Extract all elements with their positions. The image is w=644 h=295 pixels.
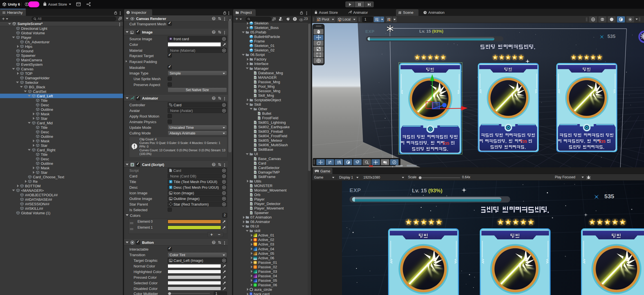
svg-text:735: 735 [598,139,605,144]
svg-text:#: # [251,194,252,196]
svg-text:#: # [255,130,256,133]
svg-text:#: # [258,112,260,115]
svg-text:?: ? [213,163,215,166]
svg-text:#: # [255,76,256,79]
svg-text:?: ? [213,17,215,20]
svg-text:T: T [170,181,172,183]
svg-text:#: # [255,121,256,124]
svg-text:#: # [251,207,252,210]
svg-text:#: # [255,176,256,178]
svg-text:#: # [255,90,256,93]
svg-text:#: # [251,198,252,201]
svg-text:?: ? [213,97,215,100]
svg-text:#: # [255,158,256,160]
svg-text:#: # [255,144,256,147]
svg-text:735: 735 [520,139,527,144]
svg-text:#: # [255,139,256,142]
svg-text:#: # [251,189,252,192]
svg-text:#: # [255,171,256,174]
svg-text:?: ? [251,293,252,295]
svg-text:#: # [255,81,256,84]
svg-text:#: # [255,167,256,169]
svg-text:?: ? [213,31,215,34]
svg-text:#: # [258,117,260,120]
svg-text:#: # [131,163,133,166]
svg-text:#: # [255,85,256,88]
svg-text:#: # [251,185,252,187]
svg-text:Y: Y [377,20,379,22]
svg-text:?: ? [213,241,215,244]
svg-text:#: # [255,72,256,75]
svg-text:#: # [255,162,256,165]
svg-text:T: T [170,186,172,189]
svg-text:#: # [255,126,256,129]
svg-text:#: # [251,203,252,205]
svg-text:#: # [251,212,252,214]
svg-text:#: # [255,148,256,151]
svg-text:#: # [255,135,256,138]
svg-text:#: # [255,94,256,97]
